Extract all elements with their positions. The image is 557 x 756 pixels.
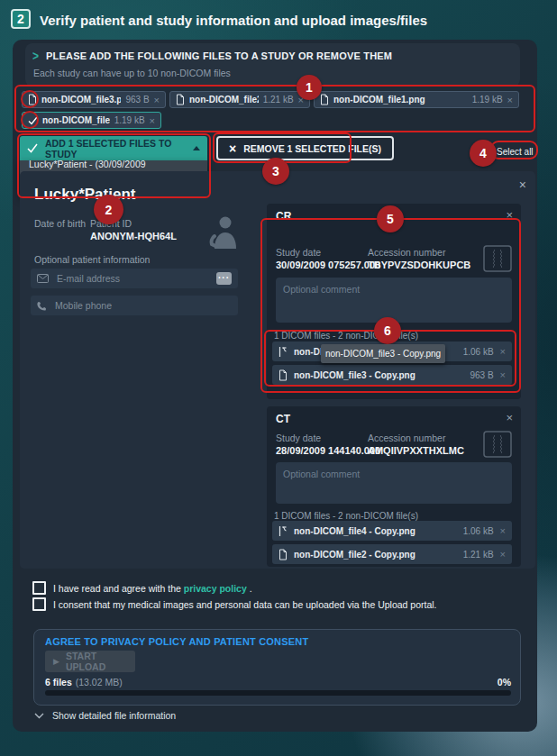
patient-panel: × Lucky*Patient Date of birth Patient ID…	[20, 171, 535, 569]
files-count: 6 files	[45, 677, 72, 688]
progress-percent: 0%	[498, 677, 511, 688]
patient-name: Lucky*Patient	[34, 186, 135, 204]
consent-checkbox-label: I consent that my medical images and per…	[53, 599, 437, 610]
file-tooltip: non-DICOM_file3 - Copy.png	[321, 344, 445, 363]
phone-input[interactable]	[53, 299, 232, 312]
close-icon[interactable]: ×	[506, 209, 513, 221]
upload-portal-screen: 2 Verify patient and study information a…	[0, 0, 557, 756]
close-icon[interactable]: ×	[500, 369, 506, 380]
file-chip-size: 1.19 kB	[472, 95, 503, 105]
study-card-cr: CR × Study date 30/09/2009 075257.000 Ac…	[267, 204, 521, 399]
close-icon[interactable]: ×	[500, 549, 506, 560]
close-icon[interactable]: ×	[500, 525, 506, 536]
files-total-size: (13.02 MB)	[76, 677, 498, 688]
show-details-toggle[interactable]: Show detailed file information	[34, 710, 176, 721]
file-chip[interactable]: non-DICOM_file2.png 1.21 kB ×	[169, 91, 310, 108]
study-file-row[interactable]: non-DICOM_file3 - Copy.png 963 B ×	[272, 365, 512, 385]
study-files-label: 1 DICOM files - 2 non-DICOM file(s)	[274, 511, 418, 521]
upload-summary: 6 files (13.02 MB) 0%	[45, 677, 511, 688]
close-icon[interactable]: ×	[507, 95, 513, 105]
upload-consent-panel: AGREE TO PRIVACY POLICY AND PATIENT CONS…	[33, 629, 521, 706]
file-chip-selected[interactable]: non-DICOM_file1 - Copy.png 1.19 kB ×	[22, 112, 161, 129]
start-upload-button[interactable]: ▶ START UPLOAD	[45, 651, 135, 672]
privacy-text-suffix: .	[247, 583, 252, 594]
file-icon	[176, 94, 185, 105]
study-file-size: 963 B	[470, 370, 493, 380]
study-file-row[interactable]: non-DICOM_file2 - Copy.png 1.21 kB ×	[272, 544, 512, 564]
study-file-size: 1.06 kB	[463, 347, 494, 357]
file-chip-name: non-DICOM_file3.png	[41, 95, 121, 105]
check-icon	[27, 143, 38, 153]
close-icon[interactable]: ×	[519, 178, 526, 191]
file-chip-size: 963 B	[125, 95, 149, 105]
file-icon	[320, 94, 329, 105]
privacy-policy-link[interactable]: privacy policy	[184, 583, 247, 594]
file-icon	[278, 549, 288, 560]
phone-field[interactable]	[31, 296, 238, 315]
close-icon[interactable]: ×	[500, 346, 506, 357]
close-icon[interactable]: ×	[154, 95, 160, 105]
files-section-title: PLEASE ADD THE FOLLOWING FILES TO A STUD…	[46, 50, 392, 61]
study-file-name: non-DICOM_file2 - Copy.png	[294, 550, 457, 560]
accession-label: Accession number	[368, 247, 445, 258]
comment-input[interactable]	[276, 278, 512, 323]
main-panel: > PLEASE ADD THE FOLLOWING FILES TO A ST…	[13, 40, 537, 732]
remove-selected-button[interactable]: × REMOVE 1 SELECTED FILE(S)	[216, 136, 394, 160]
comment-box[interactable]	[276, 278, 512, 323]
file-chip-size: 1.19 kB	[114, 115, 145, 125]
step-number-badge: 2	[11, 9, 31, 29]
close-icon[interactable]: ×	[506, 412, 513, 424]
study-file-row[interactable]: non-DICOM_file4 - Copy.png 1.06 kB ×	[272, 521, 512, 541]
study-file-name: non-DICOM_file3 - Copy.png	[294, 370, 463, 380]
privacy-checkbox-label: I have read and agree with the privacy p…	[53, 583, 252, 594]
file-chip-size: 1.21 kB	[263, 95, 294, 105]
remove-x-icon: ×	[229, 141, 236, 156]
file-signature-icon	[278, 525, 288, 537]
study-date-value: 28/09/2009 144140.000	[276, 445, 380, 456]
chevron-right-icon[interactable]: >	[32, 49, 39, 64]
files-section-header-band: > PLEASE ADD THE FOLLOWING FILES TO A ST…	[25, 43, 520, 87]
add-to-study-button[interactable]: ADD 1 SELECTED FILES TO STUDY	[20, 136, 207, 160]
study-modality: CR	[276, 210, 291, 223]
email-input[interactable]	[55, 272, 210, 285]
patient-id-label: Patient ID	[90, 218, 132, 229]
optional-info-label: Optional patient information	[34, 254, 150, 265]
play-icon: ▶	[53, 657, 59, 666]
file-icon	[28, 94, 37, 105]
study-thumbnail-icon	[483, 431, 512, 458]
file-chip-name: non-DICOM_file1.png	[333, 95, 468, 105]
privacy-text-prefix: I have read and agree with the	[53, 583, 184, 594]
step-number: 2	[17, 12, 24, 26]
remove-selected-label: REMOVE 1 SELECTED FILE(S)	[243, 143, 381, 154]
phone-icon	[37, 301, 47, 311]
consent-checkbox-row: I consent that my medical images and per…	[32, 597, 437, 611]
close-icon[interactable]: ×	[150, 115, 155, 126]
patient-avatar-icon	[205, 214, 242, 249]
files-section-subtitle: Each study can have up to 10 non-DICOM f…	[25, 62, 520, 78]
comment-input[interactable]	[276, 462, 512, 504]
file-chip[interactable]: non-DICOM_file1.png 1.19 kB ×	[314, 91, 519, 108]
comment-box[interactable]	[276, 462, 512, 504]
patient-id-value: ANONYM-HQH64L	[90, 231, 177, 241]
study-files-label: 1 DICOM files - 2 non-DICOM file(s)	[274, 331, 418, 341]
file-signature-icon	[278, 346, 288, 358]
file-chip-row-1: non-DICOM_file3.png 963 B × non-DICOM_fi…	[22, 91, 519, 108]
email-field[interactable]: ···	[31, 269, 238, 288]
page-title: Verify patient and study information and…	[40, 13, 427, 28]
accession-value: AMQIIVPXXTHXLMC	[368, 445, 464, 456]
consent-checkbox[interactable]	[32, 597, 46, 611]
privacy-checkbox-row: I have read and agree with the privacy p…	[32, 581, 252, 595]
close-icon[interactable]: ×	[298, 95, 304, 105]
start-upload-label: START UPLOAD	[66, 651, 127, 672]
file-chip-row-2: non-DICOM_file1 - Copy.png 1.19 kB ×	[22, 112, 161, 129]
more-options-button[interactable]: ···	[216, 272, 232, 285]
file-chip-name: non-DICOM_file2.png	[189, 95, 259, 105]
privacy-checkbox[interactable]	[32, 581, 46, 595]
caret-up-icon	[193, 146, 200, 150]
file-chip[interactable]: non-DICOM_file3.png 963 B ×	[22, 91, 166, 108]
accession-value: TBYPVZSDOHKUPCB	[368, 260, 470, 270]
study-file-name: non-DICOM_file4 - Copy.png	[294, 526, 457, 536]
upload-progress-bar	[45, 690, 511, 696]
select-all-link[interactable]: Select all	[497, 147, 534, 157]
accession-label: Accession number	[368, 433, 445, 443]
